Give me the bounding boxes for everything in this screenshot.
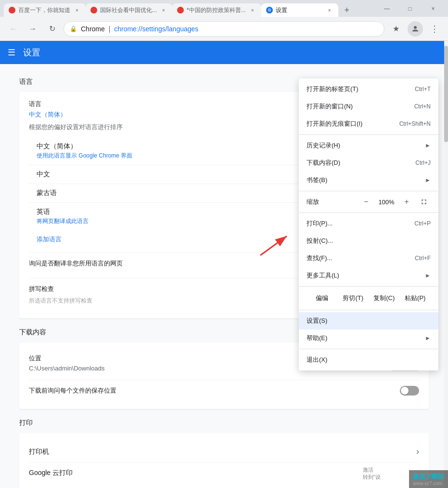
menu-label-new-tab: 打开新的标签页(T): [307, 85, 407, 93]
edit-item-paste[interactable]: 粘贴(P): [400, 290, 431, 306]
spelling-label: 拼写检查: [29, 285, 54, 293]
ask-save-toggle-row: 下载前询问每个文件的保存位置: [29, 380, 419, 401]
zoom-out-button[interactable]: −: [359, 195, 373, 209]
menu-shortcut-find: Ctrl+F: [415, 255, 431, 262]
menu-item-find[interactable]: 查找(F)... Ctrl+F: [299, 250, 438, 267]
menu-item-bookmarks[interactable]: 书签(B) ►: [299, 171, 438, 189]
activate-line2: 转到"设: [363, 474, 381, 481]
edit-item-cut[interactable]: 剪切(T): [338, 290, 369, 306]
menu-item-history[interactable]: 历史记录(H) ►: [299, 137, 438, 154]
zoom-in-button[interactable]: +: [400, 195, 413, 209]
tab-close-policy[interactable]: ×: [249, 6, 256, 14]
settings-header: ☰ 设置: [0, 41, 448, 64]
menu-label-downloads: 下载内容(D): [307, 158, 408, 167]
tab-intl[interactable]: 国际社会看中国优化... ×: [86, 3, 172, 17]
divider-6: [299, 349, 438, 349]
new-tab-button[interactable]: +: [340, 3, 354, 17]
location-label: 位置: [29, 354, 105, 363]
url-path: chrome://settings/languages: [114, 25, 198, 33]
edit-item-bianjian[interactable]: 偏编: [307, 290, 338, 306]
watermark-url: www.xz7.com: [413, 481, 444, 486]
translate-label: 询问是否翻译非您所用语言的网页: [29, 259, 123, 268]
url-text: Chrome | chrome://settings/languages: [81, 25, 378, 33]
printer-row[interactable]: 打印机 ›: [29, 441, 419, 463]
menu-item-downloads[interactable]: 下载内容(D) Ctrl+J: [299, 154, 438, 171]
ask-save-toggle[interactable]: [400, 386, 419, 396]
zoom-expand-button[interactable]: [417, 195, 431, 209]
tab-title-policy: *中国的防控政策科普...: [187, 6, 246, 14]
hamburger-icon[interactable]: ☰: [8, 47, 15, 58]
settings-page-title: 设置: [23, 47, 40, 58]
tab-close-settings[interactable]: ×: [326, 6, 333, 14]
lock-icon: 🔒: [70, 26, 77, 32]
printer-chevron-icon: ›: [416, 447, 419, 457]
menu-item-print[interactable]: 打印(P)... Ctrl+P: [299, 215, 438, 232]
context-menu: 打开新的标签页(T) Ctrl+T 打开新的窗口(N) Ctrl+N 打开新的无…: [299, 79, 438, 370]
menu-item-settings[interactable]: 设置(S): [299, 312, 438, 330]
tab-baidu[interactable]: 百度一下，你就知道 ×: [4, 3, 86, 17]
menu-item-incognito[interactable]: 打开新的无痕窗口(I) Ctrl+Shift+N: [299, 115, 438, 132]
google-print-row[interactable]: Google 云打印: [29, 463, 419, 483]
divider-2: [299, 191, 438, 191]
activate-windows-text: 激活 转到"设: [363, 466, 381, 481]
refresh-button[interactable]: ↻: [44, 21, 60, 37]
menu-shortcut-new-window: Ctrl+N: [414, 103, 431, 110]
title-bar: 百度一下，你就知道 × 国际社会看中国优化... × *中国的防控政策科普...…: [0, 0, 448, 17]
menu-label-help: 帮助(E): [307, 334, 421, 343]
tab-policy[interactable]: *中国的防控政策科普... ×: [172, 3, 261, 17]
tab-settings[interactable]: ⚙ 设置 ×: [261, 3, 338, 17]
edit-item-copy[interactable]: 复制(C): [369, 290, 400, 306]
watermark-text: 极光下载站: [413, 472, 444, 481]
url-bar[interactable]: 🔒 Chrome | chrome://settings/languages: [64, 21, 384, 37]
menu-item-more-tools[interactable]: 更多工具(L) ►: [299, 267, 438, 284]
svg-point-0: [414, 26, 417, 29]
google-print-label: Google 云打印: [29, 469, 73, 477]
menu-item-cast[interactable]: 投射(C)...: [299, 232, 438, 250]
watermark-logo: 极光下载站: [413, 472, 444, 481]
spelling-desc: 所选语言不支持拼写检查: [29, 297, 92, 305]
edit-row: 偏编 剪切(T) 复制(C) 粘贴(P): [299, 289, 438, 308]
menu-label-history: 历史记录(H): [307, 141, 421, 150]
menu-label-print: 打印(P)...: [307, 219, 407, 228]
chrome-menu-button[interactable]: ⋮: [427, 21, 442, 37]
tab-title-baidu: 百度一下，你就知道: [18, 6, 70, 14]
close-button[interactable]: ×: [422, 1, 444, 16]
bookmark-star-button[interactable]: ★: [388, 21, 404, 37]
activate-line1: 激活: [363, 466, 381, 474]
url-chrome: Chrome: [81, 25, 105, 33]
menu-shortcut-new-tab: Ctrl+T: [415, 86, 431, 92]
page-content: ☰ 设置 语言 语言 中文（简体） 根据您的偏好设置对语言进行排序 中文（简体）…: [0, 41, 448, 488]
menu-item-new-window[interactable]: 打开新的窗口(N) Ctrl+N: [299, 98, 438, 115]
menu-shortcut-print: Ctrl+P: [414, 220, 431, 227]
menu-item-help[interactable]: 帮助(E) ►: [299, 330, 438, 347]
forward-button[interactable]: →: [25, 21, 40, 37]
menu-label-bookmarks: 书签(B): [307, 176, 421, 185]
tab-close-baidu[interactable]: ×: [73, 6, 81, 14]
tab-title-intl: 国际社会看中国优化...: [100, 6, 157, 14]
divider-4: [299, 286, 438, 287]
menu-label-cast: 投射(C)...: [307, 237, 431, 245]
tab-title-settings: 设置: [276, 6, 323, 14]
tab-close-intl[interactable]: ×: [160, 6, 167, 14]
divider-3: [299, 212, 438, 213]
tab-favicon-intl: [90, 7, 97, 13]
divider-5: [299, 310, 438, 310]
zoom-value: 100%: [377, 198, 396, 206]
ask-save-label: 下载前询问每个文件的保存位置: [29, 386, 116, 395]
more-tools-arrow-icon: ►: [425, 272, 431, 279]
help-arrow-icon: ►: [425, 335, 431, 342]
divider-1: [299, 134, 438, 135]
zoom-label: 缩放: [307, 198, 359, 206]
scrollbar-thumb: [444, 46, 448, 142]
profile-button[interactable]: [408, 21, 423, 37]
menu-item-exit[interactable]: 退出(X): [299, 351, 438, 369]
menu-label-new-window: 打开新的窗口(N): [307, 102, 407, 111]
menu-shortcut-downloads: Ctrl+J: [415, 159, 431, 166]
minimize-button[interactable]: —: [376, 1, 398, 16]
tabs-area: 百度一下，你就知道 × 国际社会看中国优化... × *中国的防控政策科普...…: [4, 0, 372, 17]
maximize-button[interactable]: □: [399, 1, 421, 16]
scrollbar[interactable]: [444, 41, 448, 488]
watermark: 极光下载站 www.xz7.com: [409, 470, 448, 488]
menu-item-new-tab[interactable]: 打开新的标签页(T) Ctrl+T: [299, 80, 438, 98]
back-button[interactable]: ←: [6, 21, 21, 37]
